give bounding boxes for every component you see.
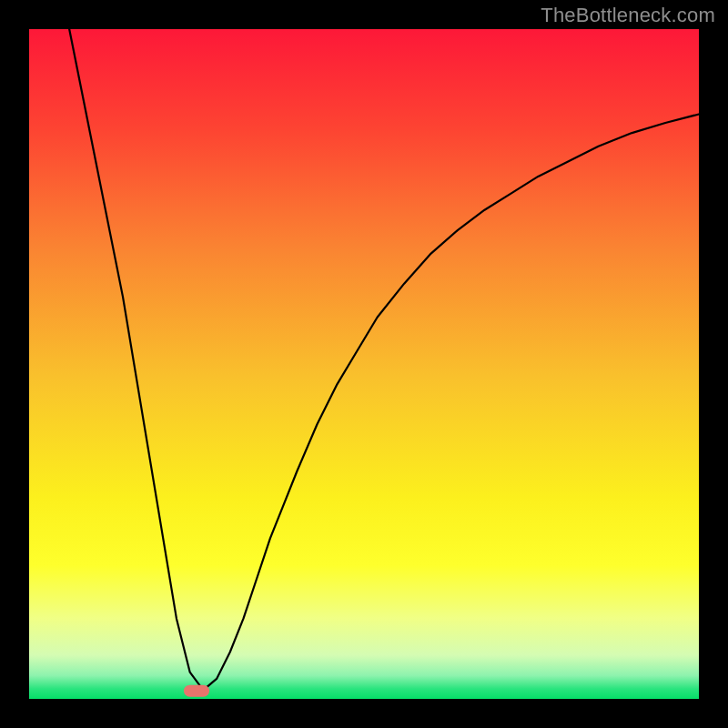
optimal-marker <box>184 685 209 697</box>
watermark-label: TheBottleneck.com <box>541 4 715 27</box>
heat-gradient <box>29 29 699 699</box>
chart-container: TheBottleneck.com <box>0 0 728 728</box>
bottleneck-chart <box>0 0 728 728</box>
